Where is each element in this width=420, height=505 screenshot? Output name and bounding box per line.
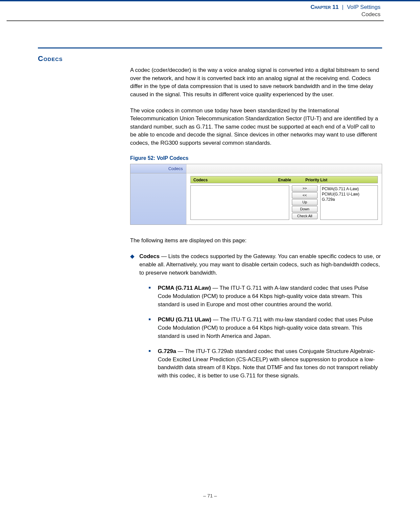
figure-header-enable: Enable	[270, 176, 299, 183]
item-g729a-label: G.729a	[158, 348, 176, 354]
sub-item-list: PCMA (G.711 ALaw) — The ITU-T G.711 with…	[149, 284, 382, 380]
priority-listbox[interactable]: PCMA(G.711 A-Law) PCMU(G.711 U-Law) G.72…	[320, 185, 378, 220]
figure-main: Codecs Enable Priority List >> << Up Dow…	[186, 173, 382, 224]
body-block: A codec (coder/decoder) is the way a voi…	[130, 66, 382, 380]
move-down-button[interactable]: Down	[292, 206, 318, 212]
item-pcma-label: PCMA (G.711 ALaw)	[158, 285, 211, 291]
item-codecs-label: Codecs	[139, 253, 159, 259]
move-left-button[interactable]: <<	[292, 192, 318, 198]
priority-item[interactable]: PCMA(G.711 A-Law)	[322, 186, 376, 192]
page-number: – 71 –	[0, 493, 420, 498]
figure-top-bar: Codecs	[130, 164, 382, 173]
page-header: Chapter 11 | VoIP Settings Codecs	[0, 0, 420, 20]
item-pcmu-label: PCMU (G.711 ULaw)	[158, 316, 211, 323]
item-codecs: Codecs — Lists the codecs supported by t…	[130, 252, 382, 380]
section-heading: Codecs	[38, 54, 382, 63]
chapter-separator: |	[342, 4, 343, 10]
codecs-listbox[interactable]	[190, 185, 289, 220]
figure-controls: >> << Up Down Check All PCMA(G.711 A-Law…	[190, 185, 378, 220]
figure-caption: Figure 52: VoIP Codecs	[130, 155, 382, 161]
item-pcmu: PCMU (G.711 ULaw) — The ITU-T G.711 with…	[149, 316, 382, 340]
item-g729a: G.729a — The ITU-T G.729ab standard code…	[149, 347, 382, 380]
figure-top-filler	[186, 164, 382, 173]
header-rule	[7, 20, 384, 21]
figure-header-codecs: Codecs	[191, 176, 270, 183]
item-pcma: PCMA (G.711 ALaw) — The ITU-T G.711 with…	[149, 284, 382, 309]
figure-buttons-column: >> << Up Down Check All	[292, 185, 318, 220]
figure-header-priority: Priority List	[299, 176, 378, 183]
figure-sidebar	[130, 173, 186, 224]
chapter-title: VoIP Settings	[347, 4, 380, 10]
item-list: Codecs — Lists the codecs supported by t…	[130, 252, 382, 380]
move-up-button[interactable]: Up	[292, 199, 318, 205]
check-all-button[interactable]: Check All	[292, 213, 318, 219]
move-right-button[interactable]: >>	[292, 185, 318, 192]
priority-item[interactable]: G.729a	[322, 197, 376, 202]
figure-sidebar-label: Codecs	[130, 164, 186, 173]
item-codecs-text: — Lists the codecs supported by the Gate…	[139, 253, 381, 276]
intro-line: The following items are displayed on thi…	[130, 237, 382, 245]
section-rule	[38, 47, 382, 48]
priority-item[interactable]: PCMU(G.711 U-Law)	[322, 192, 376, 197]
figure-codecs-list-area	[190, 185, 289, 220]
paragraph-2: The voice codecs in common use today hav…	[130, 107, 382, 147]
chapter-label: Chapter 11	[311, 4, 339, 10]
paragraph-1: A codec (coder/decoder) is the way a voi…	[130, 66, 382, 99]
figure-column-headers: Codecs Enable Priority List	[190, 176, 378, 183]
item-g729a-text: — The ITU-T G.729ab standard codec that …	[158, 348, 378, 379]
figure-body: Codecs Enable Priority List >> << Up Dow…	[130, 173, 382, 224]
chapter-subtitle: Codecs	[7, 11, 380, 18]
content-area: Codecs A codec (coder/decoder) is the wa…	[38, 47, 382, 380]
figure-52: Codecs Codecs Enable Priority List	[130, 164, 382, 225]
